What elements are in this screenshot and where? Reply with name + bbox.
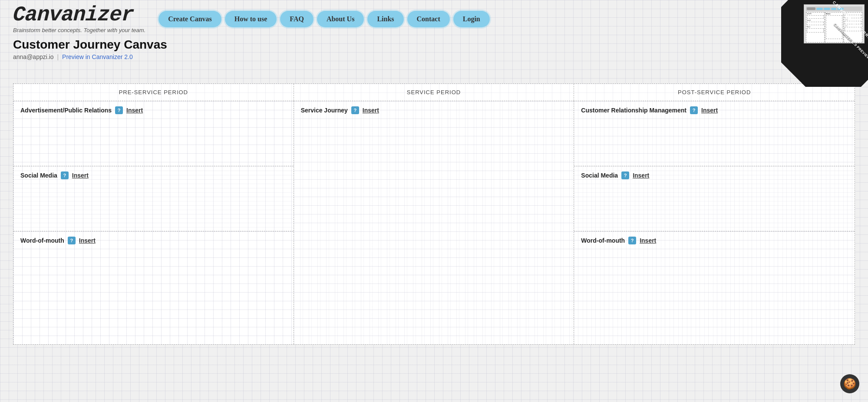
period-header-service: SERVICE PERIOD (294, 84, 574, 101)
service-journey-title: Service Journey (301, 107, 348, 114)
social-media-post-title: Social Media (581, 172, 618, 179)
nav-faq[interactable]: FAQ (280, 11, 314, 27)
nav-create-canvas[interactable]: Create Canvas (158, 11, 221, 27)
word-of-mouth-pre-insert-link[interactable]: Insert (79, 237, 96, 244)
nav-how-to-use[interactable]: How to use (225, 11, 277, 27)
social-media-post-insert-link[interactable]: Insert (633, 172, 649, 179)
word-of-mouth-pre-title: Word-of-mouth (20, 237, 64, 244)
word-of-mouth-pre-header: Word-of-mouth ? Insert (20, 237, 287, 244)
social-media-pre-title: Social Media (20, 172, 57, 179)
crm-header: Customer Relationship Management ? Inser… (581, 106, 848, 114)
social-media-post-cell: Social Media ? Insert (574, 166, 855, 231)
advertisement-title: Advertisement/Public Relations (20, 107, 112, 114)
social-media-pre-header: Social Media ? Insert (20, 171, 287, 179)
logo: Canvanizer (13, 4, 145, 25)
crm-help-badge[interactable]: ? (690, 106, 698, 114)
canvas-preview-link[interactable]: Preview in Canvanizer 2.0 (62, 53, 133, 60)
logo-area: Canvanizer Brainstorm better concepts. T… (13, 4, 145, 33)
word-of-mouth-post-title: Word-of-mouth (581, 237, 625, 244)
logo-subtitle: Brainstorm better concepts. Together wit… (13, 27, 145, 33)
advertisement-help-badge[interactable]: ? (115, 106, 123, 114)
main-nav: Create Canvas How to use FAQ About Us Li… (158, 11, 490, 27)
service-journey-cell: Service Journey ? Insert (294, 101, 574, 344)
period-headers: PRE-SERVICE PERIOD SERVICE PERIOD POST-S… (13, 84, 855, 101)
advertisement-insert-link[interactable]: Insert (126, 107, 143, 114)
canvas-title: Customer Journey Canvas (13, 38, 167, 52)
nav-contact[interactable]: Contact (407, 11, 450, 27)
word-of-mouth-pre-help-badge[interactable]: ? (68, 237, 76, 244)
period-header-pre-service: PRE-SERVICE PERIOD (13, 84, 294, 101)
nav-about-us[interactable]: About Us (317, 11, 364, 27)
nav-login[interactable]: Login (453, 11, 490, 27)
advertisement-cell: Advertisement/Public Relations ? Insert (13, 101, 294, 166)
crm-cell: Customer Relationship Management ? Inser… (574, 101, 855, 166)
preview-banner-corner: Adv/PR Social Word Service CRM Social (781, 0, 868, 87)
social-media-post-help-badge[interactable]: ? (621, 171, 629, 179)
post-service-column: Customer Relationship Management ? Inser… (574, 101, 855, 344)
pre-service-column: Advertisement/Public Relations ? Insert … (13, 101, 294, 344)
canvas-header: Customer Journey Canvas anna@appzi.io | … (13, 38, 855, 75)
advertisement-cell-header: Advertisement/Public Relations ? Insert (20, 106, 287, 114)
canvas-meta-user: anna@appzi.io (13, 53, 54, 60)
crm-insert-link[interactable]: Insert (701, 107, 718, 114)
service-journey-insert-link[interactable]: Insert (363, 107, 379, 114)
canvas-meta-divider: | (57, 53, 61, 60)
service-journey-help-badge[interactable]: ? (351, 106, 359, 114)
word-of-mouth-post-help-badge[interactable]: ? (628, 237, 636, 244)
cookie-button[interactable]: 🍪 (840, 374, 859, 393)
service-column: Service Journey ? Insert (294, 101, 574, 344)
canvas-meta: anna@appzi.io | Preview in Canvanizer 2.… (13, 53, 167, 60)
canvas-title-area: Customer Journey Canvas anna@appzi.io | … (13, 38, 167, 60)
social-media-pre-cell: Social Media ? Insert (13, 166, 294, 231)
header: Canvanizer Brainstorm better concepts. T… (0, 0, 868, 38)
service-journey-header: Service Journey ? Insert (301, 106, 567, 114)
word-of-mouth-post-header: Word-of-mouth ? Insert (581, 237, 848, 244)
nav-links[interactable]: Links (367, 11, 403, 27)
social-media-post-header: Social Media ? Insert (581, 171, 848, 179)
crm-title: Customer Relationship Management (581, 107, 686, 114)
canvas-grid: PRE-SERVICE PERIOD SERVICE PERIOD POST-S… (13, 83, 855, 345)
word-of-mouth-post-cell: Word-of-mouth ? Insert (574, 231, 855, 344)
canvas-container: Customer Journey Canvas anna@appzi.io | … (0, 38, 868, 358)
cookie-icon: 🍪 (843, 378, 856, 390)
social-media-pre-help-badge[interactable]: ? (61, 171, 69, 179)
social-media-pre-insert-link[interactable]: Insert (72, 172, 89, 179)
word-of-mouth-pre-cell: Word-of-mouth ? Insert (13, 231, 294, 344)
word-of-mouth-post-insert-link[interactable]: Insert (640, 237, 656, 244)
canvas-body: Advertisement/Public Relations ? Insert … (13, 101, 855, 344)
